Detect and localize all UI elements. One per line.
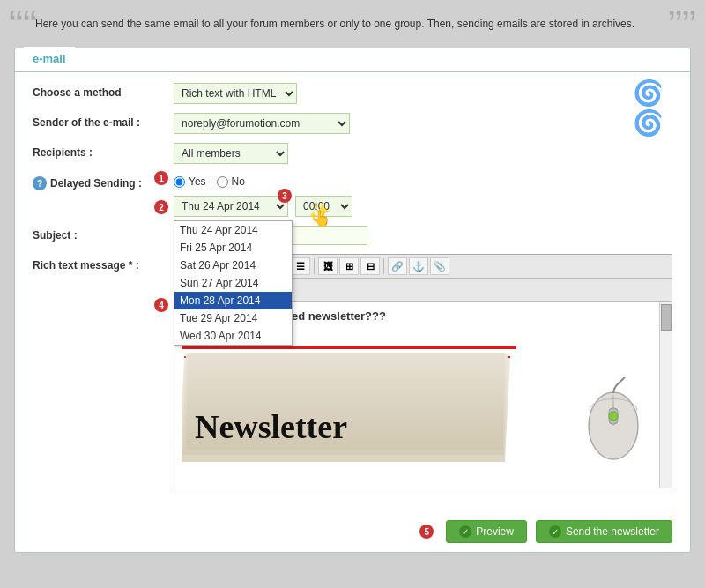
- date-dropdown[interactable]: Thu 24 Apr 2014 Fri 25 Apr 2014 Sat 26 A…: [174, 220, 293, 346]
- rte-btn-img[interactable]: 🖼: [318, 257, 338, 275]
- rte-row: Rich text message * : 4 ≡ ≡ ≡ ≡ ☰: [33, 254, 672, 488]
- method-row: Choose a method Rich text with HTML 🌀: [33, 83, 672, 104]
- dropdown-item-7[interactable]: Wed 30 Apr 2014: [174, 327, 292, 345]
- step1-badge: 1: [154, 171, 168, 185]
- newsletter-visual: Newsletter: [182, 331, 664, 468]
- rte-sep-3: [383, 258, 384, 274]
- cursor-hand: 👆: [311, 209, 330, 228]
- subject-row: Subject :: [33, 226, 672, 245]
- rte-label: Rich text message * :: [33, 254, 174, 272]
- time-select-container: 00:00 3 ✨ 👆: [295, 196, 352, 217]
- step2-badge: 2: [154, 200, 168, 214]
- send-check-icon: ✓: [549, 525, 561, 538]
- recipients-control: All members: [174, 143, 672, 164]
- rte-btn-anchor[interactable]: ⚓: [409, 257, 428, 275]
- svg-point-3: [609, 412, 618, 421]
- date-select-container: Thu 24 Apr 2014 Thu 24 Apr 2014 Fri 25 A…: [174, 196, 288, 217]
- preview-check-icon: ✓: [459, 525, 471, 538]
- step5-badge: 5: [419, 525, 434, 539]
- rte-scrollbar-thumb[interactable]: [661, 304, 672, 331]
- step3-badge: 3: [278, 189, 292, 203]
- delayed-label: ? Delayed Sending :: [33, 173, 174, 190]
- sender-control: noreply@forumotion.com: [174, 113, 672, 134]
- subject-label: Subject :: [33, 226, 174, 242]
- dropdown-item-1[interactable]: Thu 24 Apr 2014: [174, 221, 292, 239]
- preview-button[interactable]: ✓ Preview: [446, 520, 527, 543]
- step4-badge: 4: [154, 298, 168, 312]
- sender-select[interactable]: noreply@forumotion.com: [174, 113, 350, 134]
- footer-buttons: 5 ✓ Preview ✓ Send the newsletter: [15, 511, 690, 552]
- radio-no-label[interactable]: No: [217, 175, 245, 188]
- method-label: Choose a method: [33, 83, 174, 99]
- dropdown-item-3[interactable]: Sat 26 Apr 2014: [174, 257, 292, 274]
- red-stripe: [182, 346, 516, 349]
- quote-text: Here you can send the same email to all …: [35, 18, 634, 30]
- newsletter-label: Newsletter: [195, 407, 347, 446]
- rte-btn-table[interactable]: ⊞: [339, 257, 359, 275]
- date-select[interactable]: Thu 24 Apr 2014: [174, 196, 288, 217]
- spiral-icon-2: 🌀: [633, 108, 664, 138]
- rte-scrollbar-track[interactable]: [659, 302, 672, 488]
- recipients-select[interactable]: All members: [174, 143, 288, 164]
- delayed-radio-group: 1 Yes No: [174, 173, 245, 188]
- rte-btn-list-ol[interactable]: ☰: [291, 257, 310, 275]
- quote-block: Here you can send the same email to all …: [0, 0, 705, 41]
- rte-btn-table2[interactable]: ⊟: [360, 257, 380, 275]
- radio-yes-label[interactable]: Yes: [174, 175, 206, 188]
- date-time-row: 2 Thu 24 Apr 2014 Thu 24 Apr 2014 Fri 25…: [174, 196, 672, 217]
- rte-btn-link[interactable]: 🔗: [388, 257, 407, 275]
- rte-btn-media[interactable]: 📎: [430, 257, 449, 275]
- rte-sep-2: [314, 258, 315, 274]
- dropdown-item-6[interactable]: Tue 29 Apr 2014: [174, 309, 292, 327]
- newspaper-visual: Newsletter: [182, 339, 516, 462]
- dropdown-item-5[interactable]: Mon 28 Apr 2014: [174, 292, 292, 309]
- method-select[interactable]: Rich text with HTML: [174, 83, 297, 104]
- send-newsletter-button[interactable]: ✓ Send the newsletter: [536, 520, 672, 543]
- delayed-control: 1 Yes No: [174, 173, 672, 188]
- dropdown-item-2[interactable]: Fri 25 Apr 2014: [174, 239, 292, 257]
- dropdown-item-4[interactable]: Sun 27 Apr 2014: [174, 274, 292, 292]
- delayed-row: ? Delayed Sending : 1 Yes No: [33, 173, 672, 190]
- email-panel: e-mail Choose a method Rich text with HT…: [14, 48, 691, 553]
- panel-title: e-mail: [24, 47, 75, 71]
- mouse-icon: [581, 377, 647, 468]
- sender-label: Sender of the e-mail :: [33, 113, 174, 129]
- radio-yes[interactable]: [174, 176, 185, 188]
- newsletter-image: Newsletter: [182, 331, 664, 468]
- recipients-row: Recipients : All members: [33, 143, 672, 164]
- sender-row: Sender of the e-mail : noreply@forumotio…: [33, 113, 672, 134]
- spiral-icon-1: 🌀: [633, 78, 664, 108]
- radio-no[interactable]: [217, 176, 228, 188]
- method-control: Rich text with HTML: [174, 83, 672, 104]
- help-icon: ?: [33, 176, 47, 190]
- recipients-label: Recipients :: [33, 143, 174, 159]
